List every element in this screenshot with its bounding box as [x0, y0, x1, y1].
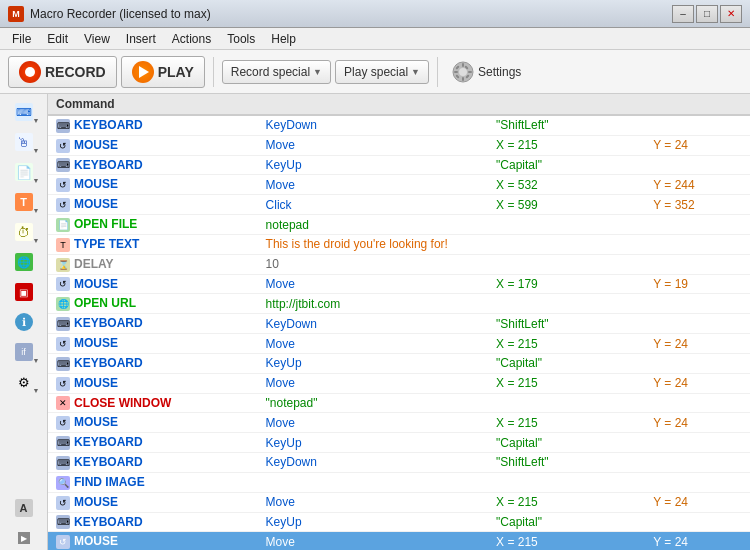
- menu-actions[interactable]: Actions: [164, 30, 219, 48]
- mouse-icon: 🖱: [15, 133, 33, 151]
- sidebar-screenshot[interactable]: ▣: [6, 278, 42, 306]
- cell-action: Move: [258, 413, 489, 433]
- cell-param2: [645, 215, 750, 235]
- sidebar-scroll-down[interactable]: ▶: [18, 532, 30, 544]
- cell-param2: Y = 352: [645, 195, 750, 215]
- svg-rect-5: [468, 71, 472, 73]
- table-row[interactable]: ↺MOUSEMoveX = 179Y = 19: [48, 274, 750, 294]
- cell-type: ↺MOUSE: [48, 135, 258, 155]
- table-row[interactable]: 📄OPEN FILEnotepad: [48, 215, 750, 235]
- cell-type: ⌨KEYBOARD: [48, 314, 258, 334]
- table-row[interactable]: ↺MOUSEMoveX = 215Y = 24: [48, 532, 750, 550]
- menu-edit[interactable]: Edit: [39, 30, 76, 48]
- sidebar-file[interactable]: 📄 ▼: [6, 158, 42, 186]
- close-button[interactable]: ✕: [720, 5, 742, 23]
- cell-param1: X = 179: [488, 274, 645, 294]
- settings-button[interactable]: Settings: [446, 57, 527, 87]
- table-row[interactable]: 🔍FIND IMAGE: [48, 472, 750, 492]
- sidebar-delay[interactable]: ⏱ ▼: [6, 218, 42, 246]
- record-special-button[interactable]: Record special ▼: [222, 60, 331, 84]
- settings2-icon: ⚙: [15, 373, 33, 391]
- col-header-param2: [645, 94, 750, 115]
- cell-param2: Y = 24: [645, 492, 750, 512]
- table-row[interactable]: 🌐OPEN URLhttp://jtbit.com: [48, 294, 750, 314]
- cell-param2: [645, 353, 750, 373]
- window-title: Macro Recorder (licensed to max): [30, 7, 672, 21]
- table-row[interactable]: ⌨KEYBOARDKeyUp"Capital": [48, 155, 750, 175]
- cell-action: KeyUp: [258, 353, 489, 373]
- menu-insert[interactable]: Insert: [118, 30, 164, 48]
- cell-param1: [488, 393, 645, 413]
- cell-param2: Y = 24: [645, 532, 750, 550]
- table-row[interactable]: ⌨KEYBOARDKeyUp"Capital": [48, 353, 750, 373]
- cell-action: 10: [258, 254, 489, 274]
- play-special-button[interactable]: Play special ▼: [335, 60, 429, 84]
- table-row[interactable]: ⌨KEYBOARDKeyDown"ShiftLeft": [48, 453, 750, 473]
- app-icon: M: [8, 6, 24, 22]
- cell-type: ⌨KEYBOARD: [48, 115, 258, 135]
- sidebar-mouse[interactable]: 🖱 ▼: [6, 128, 42, 156]
- sidebar-typetext-arrow: ▼: [33, 207, 40, 214]
- table-row[interactable]: ↺MOUSEMoveX = 532Y = 244: [48, 175, 750, 195]
- delay-icon: ⏱: [15, 223, 33, 241]
- minimize-button[interactable]: –: [672, 5, 694, 23]
- cell-action: Move: [258, 532, 489, 550]
- cell-action: Move: [258, 373, 489, 393]
- cell-type: ↺MOUSE: [48, 175, 258, 195]
- svg-rect-2: [462, 63, 464, 67]
- cell-param2: [645, 234, 750, 254]
- menu-file[interactable]: File: [4, 30, 39, 48]
- play-button[interactable]: PLAY: [121, 56, 205, 88]
- table-row[interactable]: ⌨KEYBOARDKeyUp"Capital": [48, 433, 750, 453]
- table-row[interactable]: ✕CLOSE WINDOW"notepad": [48, 393, 750, 413]
- table-row[interactable]: ↺MOUSEMoveX = 215Y = 24: [48, 492, 750, 512]
- cell-param2: Y = 19: [645, 274, 750, 294]
- cell-action: Move: [258, 135, 489, 155]
- table-row[interactable]: ⌛DELAY10: [48, 254, 750, 274]
- cell-action: "notepad": [258, 393, 489, 413]
- sidebar-keyboard[interactable]: ⌨ ▼: [6, 98, 42, 126]
- cell-type: ↺MOUSE: [48, 492, 258, 512]
- cell-action: KeyDown: [258, 314, 489, 334]
- sidebar-if-arrow: ▼: [33, 357, 40, 364]
- cell-type: ↺MOUSE: [48, 195, 258, 215]
- content-area[interactable]: Command ⌨KEYBOARDKeyDown"ShiftLeft"↺MOUS…: [48, 94, 750, 550]
- cell-type: ⌨KEYBOARD: [48, 512, 258, 532]
- maximize-button[interactable]: □: [696, 5, 718, 23]
- sidebar-openurl[interactable]: 🌐: [6, 248, 42, 276]
- cell-type: ✕CLOSE WINDOW: [48, 393, 258, 413]
- table-row[interactable]: ↺MOUSEMoveX = 215Y = 24: [48, 135, 750, 155]
- sidebar-settings2[interactable]: ⚙ ▼: [6, 368, 42, 396]
- table-row[interactable]: ↺MOUSEClickX = 599Y = 352: [48, 195, 750, 215]
- record-special-arrow: ▼: [313, 67, 322, 77]
- table-row[interactable]: ↺MOUSEMoveX = 215Y = 24: [48, 334, 750, 354]
- sidebar-info[interactable]: ℹ: [6, 308, 42, 336]
- keyboard-icon: ⌨: [15, 103, 33, 121]
- cell-param1: "ShiftLeft": [488, 115, 645, 135]
- menu-tools[interactable]: Tools: [219, 30, 263, 48]
- table-row[interactable]: TTYPE TEXTThis is the droid you're looki…: [48, 234, 750, 254]
- record-button[interactable]: RECORD: [8, 56, 117, 88]
- cell-param1: "Capital": [488, 353, 645, 373]
- menu-view[interactable]: View: [76, 30, 118, 48]
- cell-param2: [645, 393, 750, 413]
- cell-param2: Y = 24: [645, 334, 750, 354]
- table-row[interactable]: ↺MOUSEMoveX = 215Y = 24: [48, 373, 750, 393]
- menu-help[interactable]: Help: [263, 30, 304, 48]
- sidebar-text[interactable]: A: [6, 494, 42, 522]
- cell-param1: X = 532: [488, 175, 645, 195]
- cell-param2: [645, 115, 750, 135]
- table-row[interactable]: ⌨KEYBOARDKeyUp"Capital": [48, 512, 750, 532]
- play-icon: [132, 61, 154, 83]
- table-row[interactable]: ↺MOUSEMoveX = 215Y = 24: [48, 413, 750, 433]
- cell-param1: [488, 294, 645, 314]
- table-row[interactable]: ⌨KEYBOARDKeyDown"ShiftLeft": [48, 314, 750, 334]
- table-row[interactable]: ⌨KEYBOARDKeyDown"ShiftLeft": [48, 115, 750, 135]
- cell-action: KeyDown: [258, 453, 489, 473]
- cell-param1: X = 215: [488, 413, 645, 433]
- svg-rect-4: [454, 71, 458, 73]
- sidebar-if[interactable]: if ▼: [6, 338, 42, 366]
- cell-type: ⌨KEYBOARD: [48, 155, 258, 175]
- sidebar-typetext[interactable]: T ▼: [6, 188, 42, 216]
- toolbar: RECORD PLAY Record special ▼ Play specia…: [0, 50, 750, 94]
